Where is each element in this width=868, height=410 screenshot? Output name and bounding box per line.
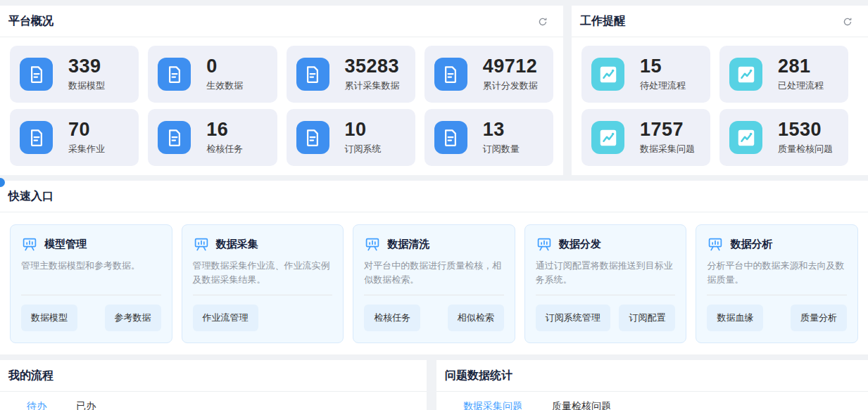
divider: [21, 295, 161, 295]
check-task-button[interactable]: 检核任务: [364, 305, 420, 331]
stat-card: 281已处理流程: [719, 46, 848, 103]
stat-value: 49712: [483, 56, 538, 76]
similar-search-button[interactable]: 相似检索: [448, 305, 504, 331]
quick-entry-title: 快速入口: [8, 189, 54, 204]
subscription-config-button[interactable]: 订阅配置: [619, 305, 675, 331]
bottom-row: 我的流程 待办 已办 问题数据统计 数据采集问题 质量检核问题: [0, 360, 868, 410]
divider: [364, 295, 504, 295]
stat-card: 10订阅系统: [287, 109, 415, 166]
stat-card: 70采集作业: [10, 109, 139, 166]
stat-value: 10: [345, 120, 382, 139]
my-process-header: 我的流程: [0, 360, 427, 392]
presentation-board-icon: [193, 236, 210, 252]
quick-card-description: 分析平台中的数据来源和去向及数据质量。: [707, 259, 847, 287]
quick-card-title: 数据清洗: [387, 238, 429, 251]
trend-chart-icon: [729, 58, 762, 91]
quick-card-title: 数据分发: [559, 238, 601, 251]
trend-chart-icon: [591, 121, 624, 154]
stat-label: 采集作业: [68, 143, 105, 155]
quality-analysis-button[interactable]: 质量分析: [791, 305, 847, 331]
data-model-button[interactable]: 数据模型: [21, 305, 77, 331]
quick-card-title: 数据采集: [216, 238, 258, 251]
work-reminders-header: 工作提醒: [572, 6, 868, 37]
problem-data-stats-panel: 问题数据统计 数据采集问题 质量检核问题: [436, 360, 868, 410]
document-icon: [20, 121, 53, 154]
subscription-system-management-button[interactable]: 订阅系统管理: [536, 305, 610, 331]
stat-card: 16检核任务: [148, 109, 277, 166]
stat-value: 281: [778, 56, 824, 76]
reference-data-button[interactable]: 参考数据: [105, 305, 161, 331]
stat-label: 订阅系统: [345, 143, 382, 155]
platform-overview-header: 平台概况: [0, 6, 563, 37]
quick-card-title: 数据分析: [730, 238, 772, 251]
tab-done[interactable]: 已办: [69, 392, 103, 410]
document-icon: [296, 58, 329, 91]
stat-card: 49712累计分发数据: [424, 46, 553, 103]
stat-card: 15待处理流程: [581, 46, 710, 103]
quick-card-data-distribution: 数据分发 通过订阅配置将数据推送到目标业务系统。 订阅系统管理 订阅配置: [524, 224, 687, 343]
stat-card: 339数据模型: [10, 46, 139, 103]
tab-data-collection-issues[interactable]: 数据采集问题: [456, 392, 529, 410]
workflow-management-button[interactable]: 作业流管理: [193, 305, 258, 331]
stat-label: 质量检核问题: [778, 143, 833, 155]
presentation-board-icon: [707, 236, 724, 252]
stat-value: 15: [640, 56, 686, 76]
document-icon: [434, 58, 467, 91]
work-reminders-panel: 工作提醒 15待处理流程 281已处理流程 1757数据采集问题 1530质量检…: [572, 6, 868, 175]
trend-chart-icon: [591, 58, 624, 91]
quick-entry-header: 快速入口: [0, 181, 868, 212]
quick-card-data-cleansing: 数据清洗 对平台中的数据进行质量检核，相似数据检索。 检核任务 相似检索: [353, 224, 515, 343]
stat-value: 35283: [345, 56, 400, 76]
top-row: 平台概况 339数据模型 0生效数据 35283累计采集数据 49712累计分发…: [0, 0, 868, 175]
refresh-icon[interactable]: [843, 16, 854, 27]
platform-overview-title: 平台概况: [8, 14, 54, 29]
stat-value: 0: [206, 56, 243, 76]
overview-stats-grid: 339数据模型 0生效数据 35283累计采集数据 49712累计分发数据 70…: [0, 37, 563, 175]
document-icon: [20, 58, 53, 91]
document-icon: [434, 121, 467, 154]
stat-label: 数据模型: [68, 79, 105, 92]
document-icon: [158, 121, 191, 154]
tab-quality-check-issues[interactable]: 质量检核问题: [545, 392, 618, 410]
document-icon: [158, 58, 191, 91]
trend-chart-icon: [729, 121, 762, 154]
presentation-board-icon: [21, 236, 38, 252]
stat-value: 70: [68, 120, 105, 139]
stat-value: 1757: [640, 120, 695, 139]
presentation-board-icon: [536, 236, 553, 252]
problem-data-stats-header: 问题数据统计: [436, 360, 868, 392]
stat-label: 数据采集问题: [640, 143, 695, 155]
stat-label: 累计采集数据: [345, 79, 400, 92]
platform-overview-panel: 平台概况 339数据模型 0生效数据 35283累计采集数据 49712累计分发…: [0, 6, 563, 175]
stat-label: 检核任务: [206, 143, 243, 155]
stat-label: 累计分发数据: [483, 79, 538, 92]
stat-card: 1757数据采集问题: [581, 109, 710, 166]
reminders-stats-grid: 15待处理流程 281已处理流程 1757数据采集问题 1530质量检核问题: [572, 37, 868, 175]
problem-data-stats-tabs: 数据采集问题 质量检核问题: [436, 392, 868, 410]
my-process-title: 我的流程: [8, 369, 54, 383]
refresh-icon[interactable]: [538, 16, 549, 27]
stat-card: 13订阅数量: [424, 109, 553, 166]
stat-value: 16: [206, 120, 243, 139]
quick-entry-grid: 模型管理 管理主数据模型和参考数据。 数据模型 参考数据 数据采集 管理数据采集…: [0, 212, 868, 354]
quick-entry-panel: 快速入口 模型管理 管理主数据模型和参考数据。 数据模型 参考数据 数据采集 管…: [0, 181, 868, 354]
stat-label: 待处理流程: [640, 79, 686, 92]
stat-value: 13: [483, 120, 520, 139]
stat-label: 已处理流程: [778, 79, 824, 92]
stat-card: 0生效数据: [148, 46, 277, 103]
quick-card-description: 对平台中的数据进行质量检核，相似数据检索。: [364, 259, 504, 287]
tab-todo[interactable]: 待办: [20, 392, 54, 410]
presentation-board-icon: [364, 236, 381, 252]
my-process-panel: 我的流程 待办 已办: [0, 360, 427, 410]
data-lineage-button[interactable]: 数据血缘: [707, 305, 763, 331]
quick-card-description: 管理主数据模型和参考数据。: [21, 259, 161, 287]
document-icon: [296, 121, 329, 154]
stat-label: 生效数据: [206, 79, 243, 92]
quick-card-data-analysis: 数据分析 分析平台中的数据来源和去向及数据质量。 数据血缘 质量分析: [696, 224, 858, 343]
stat-value: 339: [68, 56, 105, 76]
quick-card-description: 通过订阅配置将数据推送到目标业务系统。: [536, 259, 676, 287]
stat-card: 1530质量检核问题: [719, 109, 848, 166]
divider: [193, 295, 333, 295]
problem-data-stats-title: 问题数据统计: [445, 369, 512, 383]
my-process-tabs: 待办 已办: [0, 392, 427, 410]
